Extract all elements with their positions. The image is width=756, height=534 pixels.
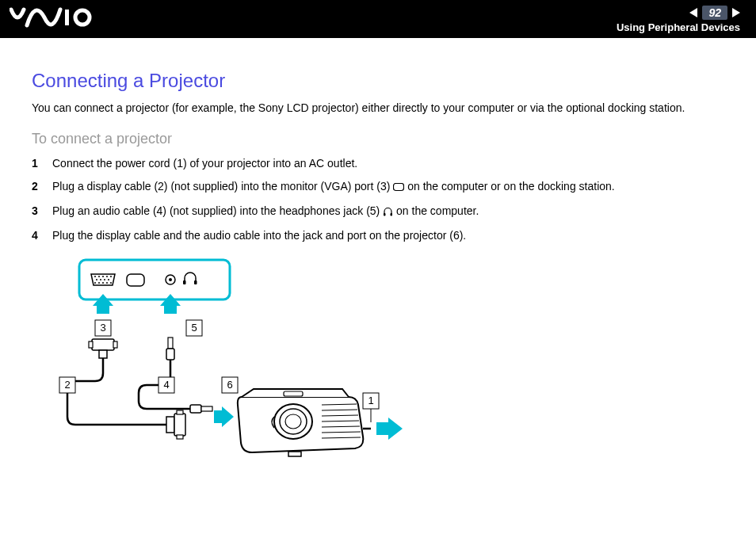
step-text: on the computer. [393,204,479,217]
svg-marker-44 [214,406,234,427]
svg-rect-57 [288,452,301,456]
svg-rect-32 [99,350,107,358]
page-nav: 92 [689,6,740,20]
svg-rect-41 [201,406,212,411]
svg-point-13 [104,279,105,280]
svg-point-12 [100,279,101,280]
svg-point-10 [110,276,112,277]
callout-2: 2 [64,379,70,391]
svg-point-1 [75,10,90,25]
svg-point-8 [102,276,104,277]
callout-1: 1 [368,395,373,406]
step-text: Plug an audio cable (4) (not supplied) i… [52,204,383,217]
subheading: To connect a projector [32,131,724,147]
svg-marker-25 [93,294,113,314]
header-right: 92 Using Peripheral Devices [617,6,740,33]
svg-marker-26 [160,294,181,314]
svg-rect-36 [177,435,183,439]
svg-point-19 [110,282,112,284]
svg-rect-35 [177,410,183,414]
projector-illustration [238,389,363,456]
svg-point-18 [106,282,108,284]
svg-rect-31 [113,341,117,348]
svg-rect-2 [394,184,404,191]
nav-prev-icon[interactable] [689,8,697,17]
monitor-icon [393,180,404,196]
content-area: Connecting a Projector You can connect a… [0,38,756,483]
svg-rect-0 [65,10,69,25]
callout-5: 5 [191,322,197,334]
svg-point-14 [108,279,109,280]
step-text: Plug a display cable (2) (not supplied) … [52,180,393,193]
svg-point-9 [106,276,108,277]
svg-rect-33 [166,417,174,433]
callout-3: 3 [100,322,105,334]
svg-rect-39 [166,349,174,360]
step-item: Plug a display cable (2) (not supplied) … [32,178,724,196]
vaio-logo [10,6,97,32]
svg-rect-20 [127,274,144,286]
step-item: Plug the display cable and the audio cab… [32,227,724,244]
svg-rect-49 [284,391,303,396]
connection-diagram: 3 5 2 [55,258,724,467]
steps-list: Connect the power cord (1) of your proje… [32,155,724,244]
svg-rect-30 [89,341,93,348]
svg-rect-29 [92,339,114,350]
section-label: Using Peripheral Devices [617,21,740,33]
callout-6: 6 [227,379,232,391]
header-bar: 92 Using Peripheral Devices [0,0,756,38]
step-item: Plug an audio cable (4) (not supplied) i… [32,203,724,221]
page-title: Connecting a Projector [32,70,724,92]
step-item: Connect the power cord (1) of your proje… [32,155,724,172]
page-number: 92 [702,6,727,20]
svg-rect-3 [384,213,386,216]
svg-rect-38 [168,338,173,349]
svg-rect-24 [194,280,197,284]
svg-marker-60 [376,418,403,440]
svg-point-7 [98,276,100,277]
nav-next-icon[interactable] [732,8,740,17]
svg-point-11 [96,279,97,280]
svg-rect-23 [183,280,186,284]
svg-point-15 [94,282,96,284]
callout-4: 4 [163,379,169,391]
step-text: Plug the display cable and the audio cab… [52,229,466,242]
svg-point-48 [285,414,301,429]
intro-text: You can connect a projector (for example… [32,100,724,116]
svg-rect-40 [190,405,201,413]
headphones-icon [383,204,393,221]
step-text: Connect the power cord (1) of your proje… [52,157,357,170]
svg-point-16 [98,282,100,284]
svg-point-22 [169,278,172,281]
svg-rect-4 [391,213,393,216]
svg-rect-34 [174,414,185,436]
svg-point-17 [102,282,104,284]
svg-point-6 [94,276,96,277]
step-text: on the computer or on the docking statio… [404,180,614,193]
